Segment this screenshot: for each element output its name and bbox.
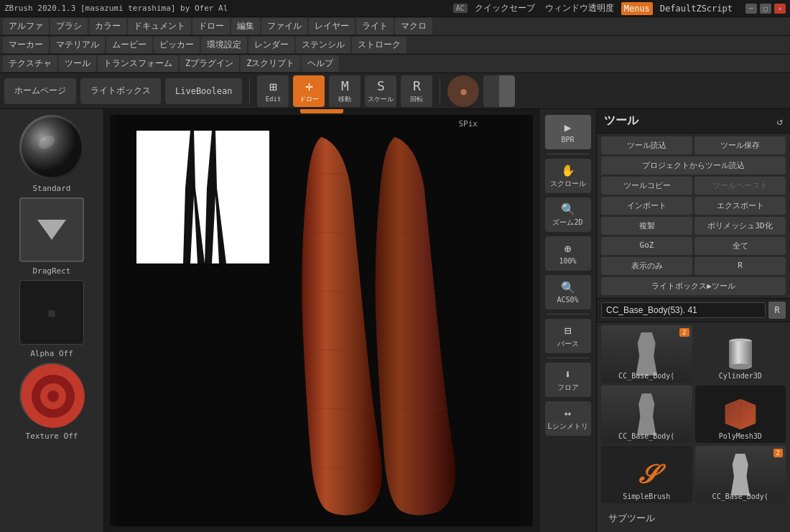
duplicate-btn[interactable]: 複製 xyxy=(601,217,692,235)
scale-btn[interactable]: S スケール xyxy=(365,75,396,107)
lightbox-tools-btn[interactable]: ライトボックス▶ツール xyxy=(601,277,786,295)
simple-icon: 𝒮 xyxy=(628,457,664,493)
rp-header: ツール ↺ xyxy=(597,109,790,134)
rt-divider3 xyxy=(547,358,590,358)
name-r-btn[interactable]: R xyxy=(768,302,786,319)
tool-item-simplebrush[interactable]: 𝒮 SimpleBrush xyxy=(601,446,692,503)
from-project-btn[interactable]: プロジェクトからツール読込 xyxy=(601,157,786,174)
r-solo-btn[interactable]: R xyxy=(694,257,786,275)
base-icon: ⊟ xyxy=(564,324,572,337)
menu-material[interactable]: マテリアル xyxy=(50,37,105,53)
half-sphere-btn[interactable] xyxy=(483,75,515,107)
bpr-icon: ▶ xyxy=(564,121,572,134)
edit-label: Edit xyxy=(266,95,282,103)
all-btn[interactable]: 全て xyxy=(694,237,786,255)
minimize-btn[interactable]: ─ xyxy=(745,4,757,14)
sub-item-subtool[interactable]: サブツール xyxy=(601,508,786,529)
zoom2d-label: ズーム2D xyxy=(552,218,582,228)
menu-macro[interactable]: マクロ xyxy=(395,18,432,34)
menu-edit[interactable]: 編集 xyxy=(231,18,260,34)
menu-color[interactable]: カラー xyxy=(89,18,126,34)
rp-refresh-btn[interactable]: ↺ xyxy=(777,116,783,127)
alpha-thumb[interactable]: ▪ xyxy=(19,280,84,345)
polymesh-btn[interactable]: ポリメッシュ3D化 xyxy=(694,217,786,235)
maximize-btn[interactable]: □ xyxy=(760,4,771,14)
texture-thumb[interactable] xyxy=(19,363,84,427)
menu-render[interactable]: レンダー xyxy=(248,37,294,53)
goz-btn[interactable]: GoZ xyxy=(601,237,692,255)
menu-stencil[interactable]: ステンシル xyxy=(296,37,350,53)
move-btn[interactable]: M 移動 xyxy=(329,75,361,107)
menus-btn[interactable]: Menus xyxy=(621,2,653,15)
base-btn[interactable]: ⊟ パース xyxy=(545,319,591,353)
menu-marker[interactable]: マーカー xyxy=(3,37,49,53)
menu-stroke[interactable]: ストローク xyxy=(352,37,406,53)
tool-item-cc-body2[interactable]: CC_Base_Body( xyxy=(601,386,692,443)
lightbox-btn[interactable]: ライトボックス xyxy=(80,78,161,104)
bpr-btn[interactable]: ▶ BPR xyxy=(545,115,591,149)
brush-sphere-preview[interactable] xyxy=(19,115,84,179)
rotate-label: 回転 xyxy=(410,95,423,104)
tool-copy-btn[interactable]: ツールコピー xyxy=(601,177,692,195)
tool-name-input[interactable] xyxy=(601,302,766,318)
menu-draw[interactable]: ドロー xyxy=(192,18,230,34)
main-area: Standard DragRect ▪ Alpha Off Texture Of… xyxy=(0,109,790,532)
sphere-btn[interactable]: ● xyxy=(447,75,479,107)
menu-texture[interactable]: テクスチャ xyxy=(3,55,57,72)
tool-label6: CC_Base_Body( xyxy=(712,493,768,500)
tool-item-cylinder[interactable]: Cylinder3D xyxy=(695,325,786,383)
tool-load-btn[interactable]: ツール読込 xyxy=(601,136,692,154)
menu-file[interactable]: ファイル xyxy=(261,18,307,34)
liveboolean-btn[interactable]: LiveBoolean xyxy=(165,78,242,104)
menu-light[interactable]: ライト xyxy=(356,18,394,34)
zoom2d-btn[interactable]: 🔍 ズーム2D xyxy=(545,197,591,232)
menu-zscript[interactable]: Zスクリプト xyxy=(241,55,300,72)
homepage-btn[interactable]: ホームページ xyxy=(4,78,76,104)
tool-label5: SimpleBrush xyxy=(623,493,670,500)
floor-icon: ⬇ xyxy=(564,368,572,381)
canvas-area[interactable]: SPix xyxy=(104,109,539,532)
zoom100-icon: ⊕ xyxy=(564,242,572,256)
menu-movie[interactable]: ムービー xyxy=(106,37,152,53)
floor-label: フロア xyxy=(557,383,579,393)
tool-save-btn[interactable]: ツール保存 xyxy=(694,136,786,154)
export-btn[interactable]: エクスポート xyxy=(694,197,786,215)
tool-item-polymesh[interactable]: PolyMesh3D xyxy=(695,386,786,443)
display-only-btn[interactable]: 表示のみ xyxy=(601,257,692,275)
close-btn[interactable]: ✕ xyxy=(774,4,786,14)
menubar-row3: テクスチャ ツール トランスフォーム Zプラグイン Zスクリプト ヘルプ xyxy=(0,55,790,73)
zoom100-btn[interactable]: ⊕ 100% xyxy=(545,236,591,271)
menu-preferences[interactable]: 環境設定 xyxy=(201,37,247,53)
drag-rect-btn[interactable] xyxy=(19,197,84,262)
edit-btn[interactable]: ⊞ Edit xyxy=(257,75,289,107)
menu-zplugin[interactable]: Zプラグイン xyxy=(180,55,239,72)
rotate-btn[interactable]: R 回転 xyxy=(401,75,432,107)
tool-item-cc-body1[interactable]: 2 CC_Base_Body( xyxy=(601,325,692,383)
base-label: パース xyxy=(557,339,579,349)
ac50-icon: 🔍 xyxy=(561,281,575,294)
texture-label: Texture Off xyxy=(26,431,78,441)
move-cursor-btn[interactable]: ✛ ドロー xyxy=(293,75,325,107)
tool-paste-btn[interactable]: ツールペースト xyxy=(694,177,786,195)
scroll-btn[interactable]: ✋ スクロール xyxy=(545,159,591,193)
rp-title: ツール xyxy=(604,113,638,129)
rp-name-bar: R xyxy=(597,298,790,322)
floor-btn[interactable]: ⬇ フロア xyxy=(545,363,591,397)
tool-item-cc-body3[interactable]: 2 CC_Base_Body( xyxy=(695,446,786,503)
window-transparency-btn[interactable]: ウィンドウ透明度 xyxy=(542,1,617,16)
menu-alpha[interactable]: アルファ xyxy=(3,18,49,34)
quick-save-btn[interactable]: クイックセーブ xyxy=(472,1,538,16)
lsym-btn[interactable]: ↔ Lシンメトリ xyxy=(545,401,591,436)
sub-item-geometry[interactable]: ジオメトリ xyxy=(601,529,786,532)
menubar-row1: アルファ ブラシ カラー ドキュメント ドロー 編集 ファイル レイヤー ライト… xyxy=(0,17,790,36)
menu-document[interactable]: ドキュメント xyxy=(128,18,191,34)
menu-tool[interactable]: ツール xyxy=(59,55,96,72)
menu-brush[interactable]: ブラシ xyxy=(50,18,88,34)
menu-help[interactable]: ヘルプ xyxy=(302,55,339,72)
default-zscript-btn[interactable]: DefaultZScript xyxy=(657,2,735,15)
ac50-btn[interactable]: 🔍 ACS0% xyxy=(545,275,591,309)
menu-picker[interactable]: ピッカー xyxy=(154,37,200,53)
menu-layer[interactable]: レイヤー xyxy=(309,18,355,34)
import-btn[interactable]: インポート xyxy=(601,197,692,215)
menu-transform[interactable]: トランスフォーム xyxy=(98,55,178,72)
